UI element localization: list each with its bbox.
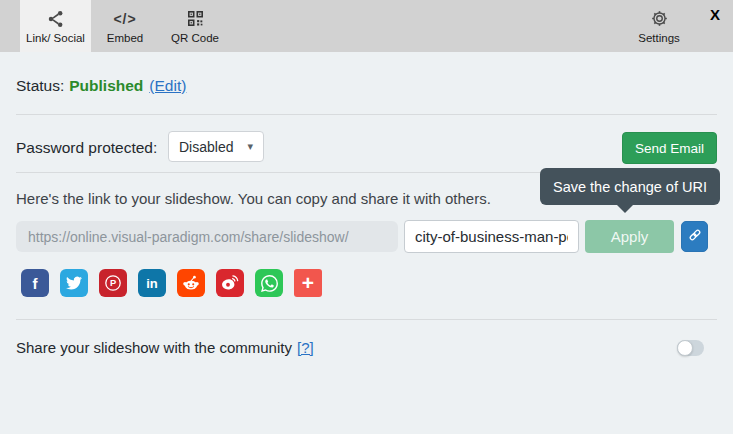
tab-settings-label: Settings: [638, 32, 680, 44]
code-icon: </>: [113, 9, 136, 29]
tab-embed[interactable]: </> Embed: [95, 0, 155, 52]
community-help-link[interactable]: [?]: [297, 339, 314, 356]
status-row: Status:Published(Edit): [16, 77, 186, 95]
divider: [16, 319, 717, 320]
slug-field[interactable]: [404, 220, 579, 253]
password-selected-option: Disabled: [179, 139, 233, 155]
status-label: Status:: [16, 77, 64, 94]
tab-link-social[interactable]: Link/ Social: [20, 0, 91, 52]
link-chain-icon: [687, 227, 703, 247]
status-value: Published: [69, 77, 143, 94]
apply-button[interactable]: Apply: [585, 220, 674, 253]
divider: [16, 114, 717, 115]
close-icon[interactable]: X: [710, 6, 720, 24]
chevron-down-icon: ▾: [247, 140, 253, 153]
apply-tooltip: Save the change of URI: [540, 168, 720, 205]
tab-embed-label: Embed: [107, 32, 143, 44]
toggle-knob: [677, 340, 693, 356]
whatsapp-icon[interactable]: [255, 269, 283, 297]
facebook-icon[interactable]: f: [21, 269, 49, 297]
link-description: Here's the link to your slideshow. You c…: [16, 190, 491, 207]
more-share-options-icon[interactable]: +: [294, 269, 322, 297]
social-share-row: f P in: [21, 269, 322, 297]
base-url-field[interactable]: [16, 221, 398, 252]
reddit-icon[interactable]: [177, 269, 205, 297]
share-icon: [46, 9, 66, 29]
password-protected-select[interactable]: Disabled ▾: [168, 131, 264, 162]
tab-qr-code[interactable]: QR Code: [158, 0, 232, 52]
twitter-icon[interactable]: [60, 269, 88, 297]
tab-bar: Link/ Social </> Embed QR Code: [0, 0, 733, 52]
weibo-icon[interactable]: [216, 269, 244, 297]
gear-icon: [651, 9, 668, 29]
share-dialog: Link/ Social </> Embed QR Code: [0, 0, 733, 434]
community-share-label: Share your slideshow with the community[…: [16, 339, 314, 356]
tab-qr-code-label: QR Code: [171, 32, 219, 44]
send-email-button[interactable]: Send Email: [622, 132, 717, 164]
password-protected-label: Password protected:: [16, 139, 157, 157]
tab-link-social-label: Link/ Social: [26, 32, 85, 44]
linkedin-icon[interactable]: in: [138, 269, 166, 297]
svg-text:P: P: [110, 278, 116, 288]
qr-code-icon: [187, 9, 204, 29]
community-share-toggle[interactable]: [677, 340, 704, 356]
pinterest-icon[interactable]: P: [99, 269, 127, 297]
edit-status-link[interactable]: (Edit): [149, 77, 186, 94]
copy-link-button[interactable]: [681, 221, 708, 252]
tab-settings[interactable]: Settings: [630, 0, 688, 52]
